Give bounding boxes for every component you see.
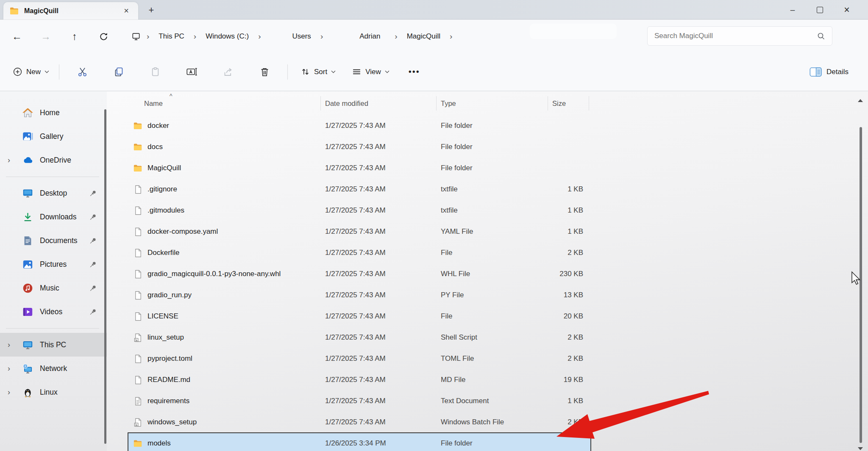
file-name: MagicQuill — [147, 164, 181, 172]
breadcrumb-item-magicquill[interactable]: MagicQuill — [403, 30, 445, 43]
column-header-label: Date modified — [325, 100, 368, 108]
thispc-icon — [22, 339, 33, 351]
sidebar-item-desktop[interactable]: Desktop — [0, 181, 107, 205]
sidebar-item-gallery[interactable]: Gallery — [0, 125, 107, 148]
sort-button[interactable]: Sort — [295, 64, 341, 80]
new-button[interactable]: New — [8, 64, 54, 80]
file-icon — [133, 227, 143, 237]
file-row-linux-setup[interactable]: linux_setup1/27/2025 7:43 AMShell Script… — [128, 327, 591, 348]
file-name: models — [147, 439, 171, 448]
sidebar-item-home[interactable]: Home — [0, 101, 107, 125]
back-button[interactable]: ← — [6, 27, 28, 46]
search-box[interactable] — [647, 26, 832, 46]
file-type: YAML File — [437, 227, 548, 236]
search-input[interactable] — [654, 32, 817, 40]
breadcrumb-highlight — [530, 24, 617, 39]
navigation-bar: ← → ↑ ›This PC›Windows (C:)›Users›Adrian… — [0, 20, 868, 53]
breadcrumb-item-users[interactable]: Users — [288, 30, 315, 43]
file-row-docker-compose-yaml[interactable]: docker-compose.yaml1/27/2025 7:43 AMYAML… — [128, 221, 591, 242]
scroll-down-icon[interactable] — [858, 447, 863, 450]
minimize-button[interactable]: – — [779, 0, 806, 19]
sidebar-item-documents[interactable]: Documents — [0, 229, 107, 252]
sidebar-item-network[interactable]: ›Network — [0, 357, 107, 380]
breadcrumb-chevron-icon: › — [142, 32, 154, 41]
sidebar-item-onedrive[interactable]: ›OneDrive — [0, 148, 107, 172]
file-name: LICENSE — [147, 312, 178, 321]
view-button-label: View — [365, 68, 381, 76]
column-header-date-modified[interactable]: Date modified — [321, 96, 437, 111]
copy-button[interactable] — [105, 61, 132, 83]
desktop-icon — [22, 188, 33, 199]
explorer-tab[interactable]: MagicQuill × — [3, 2, 138, 19]
new-tab-button[interactable]: + — [144, 3, 159, 17]
scroll-up-icon[interactable] — [858, 99, 863, 102]
breadcrumb-item-adrian[interactable]: Adrian — [350, 30, 389, 43]
plus-circle-icon — [13, 67, 22, 77]
view-button[interactable]: View — [346, 64, 395, 80]
breadcrumb-item-this-pc[interactable]: This PC — [154, 30, 188, 43]
sidebar-scrollbar[interactable] — [104, 109, 106, 444]
expander-chevron-icon[interactable]: › — [8, 388, 18, 397]
delete-button[interactable] — [251, 61, 278, 83]
column-header-size[interactable]: Size — [548, 96, 589, 111]
file-list: docker1/27/2025 7:43 AMFile folderdocs1/… — [128, 115, 591, 451]
file-row--gitmodules[interactable]: .gitmodules1/27/2025 7:43 AMtxtfile1 KB — [128, 200, 591, 221]
copy-icon — [114, 66, 124, 77]
file-row-dockerfile[interactable]: Dockerfile1/27/2025 7:43 AMFile2 KB — [128, 242, 591, 263]
file-row-gradio-magicquill-0-0-1-py3-none-any-whl[interactable]: gradio_magicquill-0.0.1-py3-none-any.whl… — [128, 263, 591, 285]
paste-button[interactable] — [142, 61, 169, 83]
file-type: Shell Script — [437, 333, 548, 342]
forward-button[interactable]: → — [35, 27, 57, 46]
chevron-down-icon — [385, 70, 389, 73]
file-size: 1 KB — [548, 185, 589, 194]
file-type: Text Document — [437, 397, 548, 405]
file-row-models[interactable]: models1/26/2025 3:34 PMFile folder — [128, 433, 591, 451]
sidebar-item-music[interactable]: Music — [0, 276, 107, 300]
expander-chevron-icon[interactable]: › — [8, 364, 18, 373]
sidebar-item-this-pc[interactable]: ›This PC — [0, 333, 107, 357]
file-type: Windows Batch File — [437, 418, 548, 426]
file-row-pyproject-toml[interactable]: pyproject.toml1/27/2025 7:43 AMTOML File… — [128, 348, 591, 369]
downloads-icon — [22, 211, 33, 223]
file-row-windows-setup[interactable]: windows_setup1/27/2025 7:43 AMWindows Ba… — [128, 412, 591, 433]
up-button[interactable]: ↑ — [64, 27, 86, 46]
file-row-docs[interactable]: docs1/27/2025 7:43 AMFile folder — [128, 136, 591, 158]
tab-close-icon[interactable]: × — [120, 6, 132, 16]
file-row-magicquill[interactable]: MagicQuill1/27/2025 7:43 AMFile folder — [128, 158, 591, 179]
file-list-scrollbar[interactable] — [860, 127, 862, 443]
file-date-modified: 1/27/2025 7:43 AM — [321, 164, 437, 172]
linux-icon — [22, 387, 33, 398]
maximize-button[interactable] — [806, 0, 833, 19]
more-options-button[interactable]: ••• — [409, 67, 420, 77]
details-pane-label: Details — [826, 68, 849, 76]
refresh-button[interactable] — [92, 27, 114, 46]
column-header-type[interactable]: Type — [437, 96, 548, 111]
folder-icon — [133, 142, 143, 152]
pictures-icon — [22, 259, 33, 270]
rename-icon — [186, 66, 198, 77]
file-row--gitignore[interactable]: .gitignore1/27/2025 7:43 AMtxtfile1 KB — [128, 179, 591, 200]
sidebar-item-videos[interactable]: Videos — [0, 300, 107, 324]
sidebar-item-pictures[interactable]: Pictures — [0, 252, 107, 276]
breadcrumb-item-windows-c-[interactable]: Windows (C:) — [201, 30, 253, 43]
share-button[interactable] — [214, 61, 242, 83]
expander-chevron-icon[interactable]: › — [8, 156, 18, 165]
file-row-readme-md[interactable]: README.md1/27/2025 7:43 AMMD File19 KB — [128, 369, 591, 390]
details-pane-button[interactable]: Details — [810, 67, 849, 77]
sidebar-item-label: Home — [40, 108, 60, 117]
sidebar-item-downloads[interactable]: Downloads — [0, 205, 107, 229]
file-row-license[interactable]: LICENSE1/27/2025 7:43 AMFile20 KB — [128, 306, 591, 327]
cut-button[interactable] — [69, 61, 96, 83]
file-row-gradio-run-py[interactable]: gradio_run.py1/27/2025 7:43 AMPY File13 … — [128, 285, 591, 306]
script-icon — [133, 333, 143, 343]
column-header-name[interactable]: Name^ — [128, 96, 321, 111]
sidebar-item-linux[interactable]: ›Linux — [0, 380, 107, 404]
file-size: 2 KB — [548, 249, 589, 257]
close-button[interactable]: × — [833, 0, 860, 19]
file-row-requirements[interactable]: requirements1/27/2025 7:43 AMText Docume… — [128, 390, 591, 412]
rename-button[interactable] — [178, 61, 205, 83]
expander-chevron-icon[interactable]: › — [8, 340, 18, 349]
file-row-docker[interactable]: docker1/27/2025 7:43 AMFile folder — [128, 115, 591, 136]
sort-ascending-icon[interactable]: ^ — [170, 93, 172, 100]
toolbar-separator — [287, 64, 288, 80]
